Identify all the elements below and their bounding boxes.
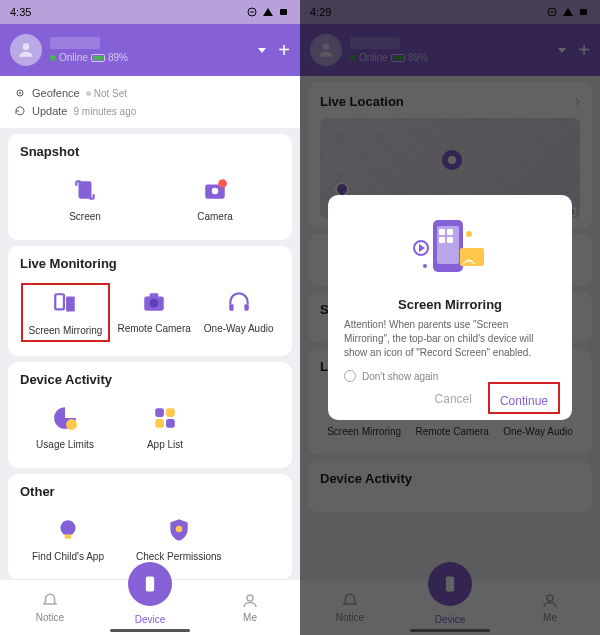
geofence-row[interactable]: Geofence Not Set: [14, 84, 286, 102]
svg-rect-45: [447, 229, 453, 235]
remote-camera-label: Remote Camera: [117, 323, 190, 334]
dialog-actions: Cancel Continue: [344, 392, 556, 410]
bulb-icon: [53, 515, 83, 545]
camera-icon: [200, 175, 230, 205]
scroll-content[interactable]: Geofence Not Set Update 9 minutes ago Sn…: [0, 76, 300, 635]
snapshot-camera[interactable]: Camera: [180, 171, 250, 226]
find-childs-app[interactable]: Find Child's App: [26, 511, 110, 566]
snapshot-section: Snapshot Screen Camera: [8, 134, 292, 240]
svg-rect-11: [67, 296, 76, 311]
update-label: Update: [32, 105, 67, 117]
nav-device-label: Device: [135, 614, 166, 625]
continue-button[interactable]: Continue: [494, 392, 554, 410]
online-dot-icon: [50, 55, 56, 61]
svg-rect-47: [447, 237, 453, 243]
battery-icon: [91, 54, 105, 62]
online-text: Online: [59, 52, 88, 63]
dont-show-label: Don't show again: [362, 371, 438, 382]
dont-show-again[interactable]: Don't show again: [344, 370, 556, 382]
update-value: 9 minutes ago: [73, 106, 136, 117]
check-permissions[interactable]: Check Permissions: [130, 511, 228, 566]
svg-rect-16: [244, 304, 248, 311]
snapshot-camera-label: Camera: [197, 211, 233, 222]
update-row[interactable]: Update 9 minutes ago: [14, 102, 286, 120]
radio-icon: [344, 370, 356, 382]
svg-point-3: [23, 43, 30, 50]
one-way-audio[interactable]: One-Way Audio: [198, 283, 280, 342]
app-list[interactable]: App List: [130, 399, 200, 454]
svg-rect-19: [155, 408, 164, 417]
svg-rect-6: [79, 181, 92, 198]
add-button[interactable]: +: [278, 39, 290, 62]
usage-limits-label: Usage Limits: [36, 439, 94, 450]
nav-device[interactable]: Device: [100, 580, 200, 635]
svg-rect-21: [155, 419, 164, 428]
home-indicator: [110, 629, 190, 632]
usage-limits[interactable]: Usage Limits: [30, 399, 100, 454]
screen-mirroring-label: Screen Mirroring: [29, 325, 103, 336]
svg-rect-22: [166, 419, 175, 428]
app-header: Online 89% +: [0, 24, 300, 76]
nav-me[interactable]: Me: [200, 580, 300, 635]
snapshot-screen[interactable]: Screen: [50, 171, 120, 226]
snapshot-screen-label: Screen: [69, 211, 101, 222]
geofence-value: Not Set: [86, 88, 127, 99]
svg-point-23: [60, 520, 75, 535]
app-list-icon: [150, 403, 180, 433]
bottom-nav: Notice Device Me: [0, 579, 300, 635]
nav-notice[interactable]: Notice: [0, 580, 100, 635]
remote-camera-icon: [139, 287, 169, 317]
svg-rect-20: [166, 408, 175, 417]
svg-point-13: [150, 299, 159, 308]
child-name-placeholder: [50, 37, 100, 49]
svg-point-9: [218, 179, 227, 188]
shield-icon: [164, 515, 194, 545]
svg-rect-10: [56, 294, 65, 309]
screen-mirroring-dialog: Screen Mirroring Attention! When parents…: [328, 195, 572, 420]
find-childs-app-label: Find Child's App: [32, 551, 104, 562]
device-fab-icon: [128, 562, 172, 606]
snapshot-title: Snapshot: [20, 144, 280, 159]
chevron-down-icon[interactable]: [258, 48, 266, 53]
svg-rect-15: [229, 304, 233, 311]
live-title: Live Monitoring: [20, 256, 280, 271]
svg-rect-18: [69, 422, 73, 426]
remote-camera[interactable]: Remote Camera: [111, 283, 196, 342]
screen-icon: [70, 175, 100, 205]
geofence-label: Geofence: [32, 87, 80, 99]
app-list-label: App List: [147, 439, 183, 450]
avatar[interactable]: [10, 34, 42, 66]
svg-point-5: [19, 92, 21, 94]
svg-rect-26: [146, 577, 154, 592]
svg-point-51: [466, 231, 472, 237]
device-status-section: Geofence Not Set Update 9 minutes ago: [0, 76, 300, 128]
svg-rect-46: [439, 237, 445, 243]
svg-rect-44: [439, 229, 445, 235]
screen-mirroring[interactable]: Screen Mirroring: [21, 283, 111, 342]
status-time: 4:35: [10, 6, 31, 18]
dialog-illustration: [344, 209, 556, 289]
svg-point-25: [176, 526, 183, 533]
one-way-audio-label: One-Way Audio: [204, 323, 274, 334]
live-monitoring-section: Live Monitoring Screen Mirroring Remote …: [8, 246, 292, 356]
device-activity-section: Device Activity Usage Limits App List: [8, 362, 292, 468]
svg-point-8: [212, 188, 219, 195]
continue-highlight: Continue: [488, 382, 560, 414]
nav-me-label: Me: [243, 612, 257, 623]
cancel-button[interactable]: Cancel: [435, 392, 472, 410]
activity-title: Device Activity: [20, 372, 280, 387]
headphone-icon: [224, 287, 254, 317]
svg-rect-24: [65, 534, 72, 538]
nav-notice-label: Notice: [36, 612, 64, 623]
svg-rect-2: [280, 9, 287, 15]
usage-limits-icon: [50, 403, 80, 433]
header-status: Online 89%: [50, 52, 258, 63]
battery-pct: 89%: [108, 52, 128, 63]
svg-point-27: [247, 595, 253, 601]
dialog-body: Attention! When parents use "Screen Mirr…: [344, 318, 556, 360]
screen-mirroring-icon: [50, 289, 80, 319]
status-right-icons: [246, 6, 290, 18]
svg-rect-14: [150, 293, 159, 297]
header-info: Online 89%: [50, 37, 258, 63]
other-title: Other: [20, 484, 280, 499]
